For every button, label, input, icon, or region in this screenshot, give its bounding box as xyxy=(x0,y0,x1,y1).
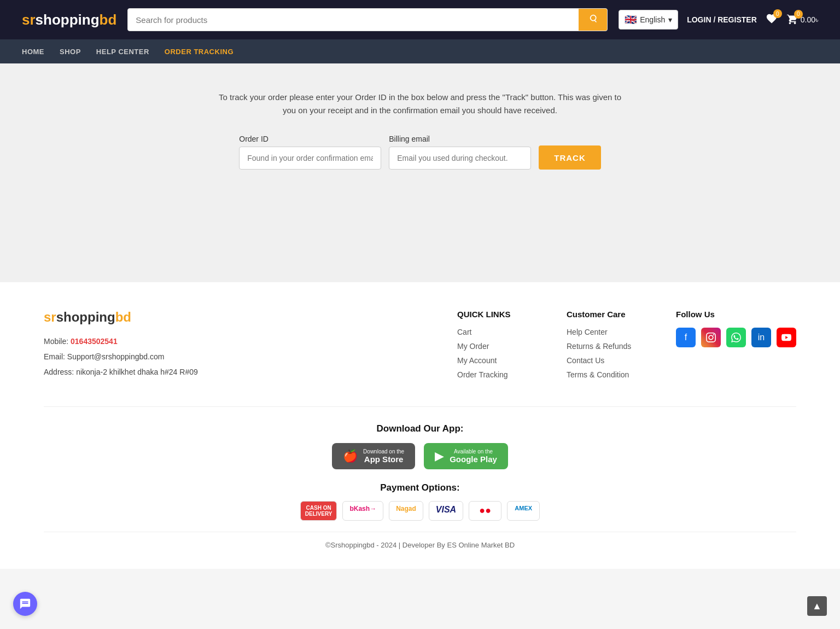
cart-button[interactable]: 0 0.00৳ xyxy=(786,13,818,27)
billing-email-group: Billing email xyxy=(389,135,531,170)
download-heading: Download Our App: xyxy=(44,423,796,434)
billing-email-input[interactable] xyxy=(389,147,531,170)
track-form: Order ID Billing email TRACK xyxy=(239,135,601,170)
header-right: 🇬🇧 English ▾ LOGIN / REGISTER 0 0 0.00৳ xyxy=(619,10,818,30)
language-label: English xyxy=(640,15,665,24)
footer-logo: srshoppingbd xyxy=(44,310,424,325)
link-my-order[interactable]: My Order xyxy=(457,342,534,351)
footer-top: srshoppingbd Mobile: 01643502541 Email: … xyxy=(44,310,796,385)
nav-shop[interactable]: SHOP xyxy=(60,41,81,62)
youtube-icon[interactable] xyxy=(777,328,796,347)
instagram-icon[interactable] xyxy=(701,328,721,347)
site-logo[interactable]: srshoppingbd xyxy=(22,11,116,28)
login-register-button[interactable]: LOGIN / REGISTER xyxy=(687,15,757,24)
flag-icon: 🇬🇧 xyxy=(625,14,637,26)
payment-cod: CASH ONDELIVERY xyxy=(300,501,337,521)
cart-icon-wrapper: 0 xyxy=(786,13,798,27)
link-returns-refunds[interactable]: Returns & Refunds xyxy=(567,342,643,351)
payment-bkash: bKash→ xyxy=(342,501,383,521)
track-description: To track your order please enter your Or… xyxy=(212,91,628,117)
google-play-icon: ▶ xyxy=(435,449,444,463)
language-selector[interactable]: 🇬🇧 English ▾ xyxy=(619,10,678,30)
linkedin-icon[interactable]: in xyxy=(751,328,771,347)
google-play-text: Available on the Google Play xyxy=(450,449,497,464)
nav-help-center[interactable]: HELP CENTER xyxy=(96,41,149,62)
follow-us-section: Follow Us f in xyxy=(676,310,796,385)
search-button[interactable] xyxy=(579,9,607,31)
site-footer: srshoppingbd Mobile: 01643502541 Email: … xyxy=(0,282,840,569)
footer-brand: srshoppingbd Mobile: 01643502541 Email: … xyxy=(44,310,424,385)
apple-icon: 🍎 xyxy=(343,449,358,463)
link-terms-condition[interactable]: Terms & Condition xyxy=(567,370,643,379)
quick-links-heading: QUICK LINKS xyxy=(457,310,534,319)
whatsapp-icon[interactable] xyxy=(726,328,746,347)
payment-section: Payment Options: CASH ONDELIVERY bKash→ … xyxy=(44,482,796,521)
payment-amex: AMEX xyxy=(507,501,540,521)
footer-email: Email: Support@srshoppingbd.com xyxy=(44,349,424,364)
payment-visa: VISA xyxy=(429,501,463,521)
payment-nagad: Nagad xyxy=(389,501,423,521)
social-icons: f in xyxy=(676,328,796,347)
search-input[interactable] xyxy=(128,10,579,30)
billing-email-label: Billing email xyxy=(389,135,531,143)
track-button[interactable]: TRACK xyxy=(539,145,601,170)
customer-care-heading: Customer Care xyxy=(567,310,643,319)
google-play-button[interactable]: ▶ Available on the Google Play xyxy=(424,443,508,469)
nav-order-tracking[interactable]: ORDER TRACKING xyxy=(165,41,234,62)
footer-bottom: Download Our App: 🍎 Download on the App … xyxy=(44,406,796,552)
main-navbar: HOME SHOP HELP CENTER ORDER TRACKING xyxy=(0,39,840,63)
payment-mastercard: ●● xyxy=(469,501,501,521)
link-cart[interactable]: Cart xyxy=(457,328,534,336)
follow-us-heading: Follow Us xyxy=(676,310,796,319)
footer-contact: Mobile: 01643502541 Email: Support@srsho… xyxy=(44,334,424,380)
app-store-button[interactable]: 🍎 Download on the App Store xyxy=(332,443,415,469)
wishlist-button[interactable]: 0 xyxy=(766,13,778,27)
footer-mobile: Mobile: 01643502541 xyxy=(44,334,424,349)
download-section: Download Our App: 🍎 Download on the App … xyxy=(44,423,796,469)
site-header: srshoppingbd 🇬🇧 English ▾ LOGIN / REGIST… xyxy=(0,0,840,39)
app-buttons: 🍎 Download on the App Store ▶ Available … xyxy=(44,443,796,469)
copyright: ©Srshoppingbd - 2024 | Developer By ES O… xyxy=(44,532,796,552)
facebook-icon[interactable]: f xyxy=(676,328,696,347)
chevron-down-icon: ▾ xyxy=(668,15,672,24)
nav-home[interactable]: HOME xyxy=(22,41,44,62)
wishlist-badge: 0 xyxy=(773,9,782,18)
order-id-input[interactable] xyxy=(239,147,381,170)
search-bar xyxy=(127,8,608,31)
cart-badge: 0 xyxy=(794,10,803,19)
link-my-account[interactable]: My Account xyxy=(457,356,534,365)
main-content: To track your order please enter your Or… xyxy=(0,63,840,282)
footer-address: Address: nikonja-2 khilkhet dhaka h#24 R… xyxy=(44,364,424,380)
customer-care-list: Help Center Returns & Refunds Contact Us… xyxy=(567,328,643,379)
order-id-label: Order ID xyxy=(239,135,381,143)
payment-heading: Payment Options: xyxy=(44,482,796,493)
link-order-tracking[interactable]: Order Tracking xyxy=(457,370,534,379)
quick-links-section: QUICK LINKS Cart My Order My Account Ord… xyxy=(457,310,534,385)
link-contact-us[interactable]: Contact Us xyxy=(567,356,643,365)
quick-links-list: Cart My Order My Account Order Tracking xyxy=(457,328,534,379)
app-store-text: Download on the App Store xyxy=(363,449,404,464)
link-help-center[interactable]: Help Center xyxy=(567,328,643,336)
order-id-group: Order ID xyxy=(239,135,381,170)
customer-care-section: Customer Care Help Center Returns & Refu… xyxy=(567,310,643,385)
payment-icons: CASH ONDELIVERY bKash→ Nagad VISA ●● AME… xyxy=(44,501,796,521)
cart-amount: 0.00৳ xyxy=(801,15,818,25)
